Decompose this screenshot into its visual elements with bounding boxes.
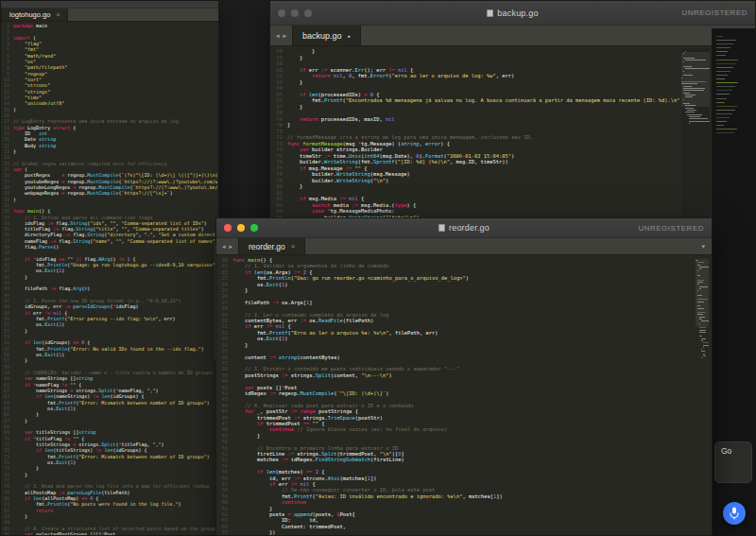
tab-backup-go[interactable]: backup.go ● bbox=[292, 26, 361, 45]
tab-close-icon[interactable]: × bbox=[56, 11, 60, 18]
microphone-icon bbox=[729, 507, 740, 520]
tab-next-icon[interactable]: ▸ bbox=[284, 32, 287, 40]
backup-titlebar[interactable]: backup.go UNREGISTERED bbox=[270, 1, 755, 26]
background-app-strip: Go bbox=[712, 28, 756, 536]
tab-prev-icon[interactable]: ◂ bbox=[276, 32, 280, 40]
window-title: reorder.go bbox=[216, 223, 712, 233]
reorder-tabbar: ◂ ▸ reorder.go × ▾ bbox=[216, 238, 712, 255]
tab-nav-arrows[interactable]: ◂ ▸ bbox=[216, 238, 238, 254]
tab-label: reorder.go bbox=[249, 242, 285, 251]
window-logtohugo: logtohugo.go × 1package main2 3import (4… bbox=[0, 0, 219, 536]
tab-logtohugo-go[interactable]: logtohugo.go × bbox=[1, 9, 68, 21]
tab-label: backup.go bbox=[302, 31, 342, 41]
go-panel[interactable]: Go bbox=[714, 441, 752, 483]
close-window-button[interactable] bbox=[224, 224, 232, 232]
backup-tabbar: ◂ ▸ backup.go ● bbox=[270, 26, 755, 46]
logtohugo-titlebar[interactable] bbox=[1, 1, 218, 9]
zoom-window-button[interactable] bbox=[304, 9, 312, 17]
minimize-window-button[interactable] bbox=[237, 224, 245, 232]
code-line: 86 var selectedPostGroups [][]*Post bbox=[1, 531, 217, 535]
tab-overflow-icon[interactable]: ▾ bbox=[695, 243, 712, 251]
minimize-window-button[interactable] bbox=[291, 9, 299, 17]
minimap-viewport[interactable] bbox=[681, 52, 710, 107]
registration-status: UNREGISTERED bbox=[638, 224, 712, 233]
close-window-button[interactable] bbox=[278, 9, 285, 17]
window-reorder: reorder.go UNREGISTERED ◂ ▸ reorder.go ×… bbox=[215, 217, 713, 536]
reorder-titlebar[interactable]: reorder.go UNREGISTERED bbox=[216, 218, 712, 238]
code-line: 66 fmt.Printf("Encontrados %d mensagens … bbox=[270, 97, 679, 104]
zoom-window-button[interactable] bbox=[250, 224, 258, 232]
modified-dot-icon: ● bbox=[348, 33, 351, 39]
go-label: Go bbox=[715, 442, 751, 456]
tab-next-icon[interactable]: ▸ bbox=[230, 243, 233, 251]
tab-close-icon[interactable]: × bbox=[291, 242, 296, 251]
window-controls bbox=[216, 224, 258, 232]
code-line: 65 }) bbox=[216, 529, 693, 535]
background-minimap bbox=[716, 36, 741, 136]
tab-prev-icon[interactable]: ◂ bbox=[222, 243, 226, 251]
tab-label: logtohugo.go bbox=[9, 10, 50, 19]
tab-nav-arrows[interactable]: ◂ ▸ bbox=[270, 26, 292, 45]
registration-status: UNREGISTERED bbox=[681, 9, 755, 17]
logtohugo-tabbar: logtohugo.go × bbox=[1, 9, 218, 22]
document-icon bbox=[487, 9, 493, 17]
mic-button[interactable] bbox=[723, 502, 746, 525]
window-controls bbox=[270, 9, 312, 17]
reorder-minimap[interactable] bbox=[696, 257, 709, 533]
tab-reorder-go[interactable]: reorder.go × bbox=[238, 238, 305, 254]
minimap-viewport[interactable] bbox=[696, 259, 709, 327]
reorder-code-editor[interactable]: 20func main() {21 // 1. Validar os argum… bbox=[216, 257, 693, 535]
document-icon bbox=[438, 224, 445, 232]
logtohugo-code-editor[interactable]: 1package main2 3import (4 "flag"5 "fmt"6… bbox=[1, 23, 217, 535]
